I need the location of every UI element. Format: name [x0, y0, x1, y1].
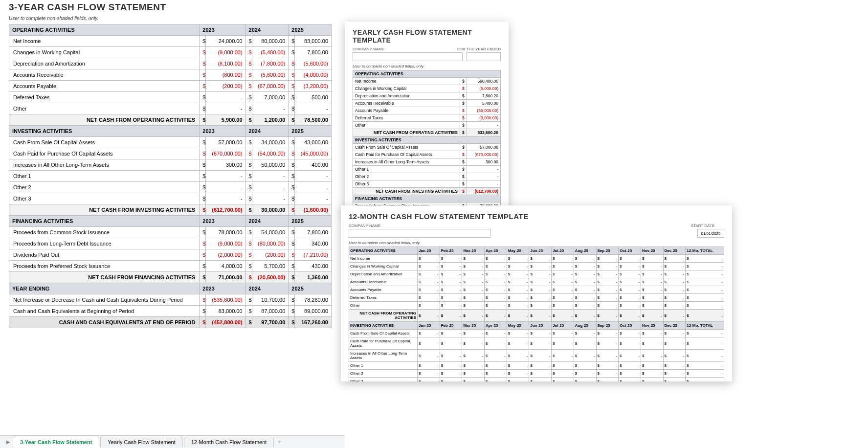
cell-value[interactable]: $-: [574, 270, 596, 278]
cell-value[interactable]: $-: [663, 350, 686, 362]
cell-value[interactable]: $-: [507, 278, 529, 286]
cell-value[interactable]: $-: [663, 270, 686, 278]
cell-value[interactable]: $-: [619, 270, 641, 278]
cell-value[interactable]: $-: [529, 263, 552, 270]
cell-value[interactable]: $-: [663, 337, 686, 350]
cell-value[interactable]: (5,600.00): [252, 69, 289, 81]
cell-value[interactable]: $-: [440, 286, 462, 294]
cell-value[interactable]: -: [295, 171, 332, 182]
cell-value[interactable]: $-: [641, 263, 663, 270]
cell-value[interactable]: 300.00: [206, 159, 245, 171]
cell-value[interactable]: $-: [440, 294, 462, 302]
cell-value[interactable]: $-: [462, 370, 485, 378]
cell-value[interactable]: $-: [507, 350, 529, 362]
cell-value[interactable]: $-: [619, 255, 641, 263]
cell-value[interactable]: $-: [418, 337, 440, 350]
cell-value[interactable]: $-: [596, 310, 619, 322]
cell-value[interactable]: $-: [485, 330, 507, 337]
cell-value[interactable]: $-: [440, 302, 462, 310]
cell-value[interactable]: $-: [462, 294, 485, 302]
cell-value[interactable]: $-: [641, 330, 663, 337]
cell-value[interactable]: $-: [663, 294, 686, 302]
cell-value[interactable]: (80,000.00): [252, 238, 289, 249]
cell-value[interactable]: $-: [552, 378, 574, 382]
cell-value[interactable]: $-: [418, 278, 440, 286]
cell-value[interactable]: $-: [507, 370, 529, 378]
cell-value[interactable]: $-: [663, 278, 686, 286]
cell-value[interactable]: $-: [462, 350, 485, 362]
cell-value[interactable]: -: [206, 171, 245, 182]
cell-value[interactable]: $-: [552, 294, 574, 302]
cell-value[interactable]: (670,000.00): [467, 151, 500, 158]
cell-value[interactable]: 590,400.00: [467, 78, 500, 85]
cell-value[interactable]: -: [252, 182, 289, 193]
cell-value[interactable]: (800.00): [206, 69, 245, 81]
cell-value[interactable]: 71,000.00: [206, 272, 245, 283]
cell-value[interactable]: 7,800.00: [295, 47, 332, 58]
cell-value[interactable]: $-: [485, 270, 507, 278]
cell-value[interactable]: $-: [462, 330, 485, 337]
cell-value[interactable]: $-: [641, 286, 663, 294]
cell-value[interactable]: $-: [507, 378, 529, 382]
cell-value[interactable]: 57,000.00: [206, 137, 245, 148]
cell-value[interactable]: $-: [507, 294, 529, 302]
cell-value[interactable]: 500.00: [295, 92, 332, 103]
cell-value[interactable]: $-: [641, 270, 663, 278]
cell-value[interactable]: $-: [574, 337, 596, 350]
cell-value[interactable]: -: [295, 103, 332, 114]
cell-value[interactable]: $-: [574, 255, 596, 263]
cell-value[interactable]: $-: [686, 337, 724, 350]
cell-value[interactable]: $-: [462, 255, 485, 263]
cell-value[interactable]: $-: [529, 310, 552, 322]
cell-value[interactable]: $-: [418, 330, 440, 337]
cell-value[interactable]: $-: [485, 302, 507, 310]
cell-value[interactable]: $-: [641, 370, 663, 378]
cell-value[interactable]: $-: [574, 263, 596, 270]
cell-value[interactable]: $-: [574, 330, 596, 337]
cell-value[interactable]: (7,210.00): [295, 249, 332, 261]
cell-value[interactable]: $-: [418, 263, 440, 270]
cell-value[interactable]: -: [467, 166, 500, 173]
cell-value[interactable]: $-: [440, 337, 462, 350]
cell-value[interactable]: -: [295, 193, 332, 204]
cell-value[interactable]: 78,260.00: [295, 294, 332, 306]
cell-value[interactable]: $-: [619, 337, 641, 350]
cell-value[interactable]: $-: [418, 310, 440, 322]
cell-value[interactable]: $-: [418, 255, 440, 263]
cell-value[interactable]: $-: [663, 255, 686, 263]
cell-value[interactable]: $-: [485, 286, 507, 294]
cell-value[interactable]: $-: [619, 294, 641, 302]
cell-value[interactable]: $-: [641, 378, 663, 382]
cell-value[interactable]: $-: [686, 370, 724, 378]
tab-monthly[interactable]: 12-Month Cash Flow Statement: [184, 437, 274, 447]
cell-value[interactable]: $-: [574, 286, 596, 294]
cell-value[interactable]: 7,800.00: [295, 227, 332, 238]
cell-value[interactable]: $-: [641, 294, 663, 302]
cell-value[interactable]: $-: [440, 330, 462, 337]
cell-value[interactable]: $-: [663, 286, 686, 294]
cell-value[interactable]: $-: [686, 263, 724, 270]
cell-value[interactable]: $-: [462, 278, 485, 286]
cell-value[interactable]: -: [252, 103, 289, 114]
cell-value[interactable]: 34,000.00: [252, 137, 289, 148]
cell-value[interactable]: -: [467, 180, 500, 188]
company-input-m[interactable]: [349, 229, 490, 238]
cell-value[interactable]: $-: [596, 263, 619, 270]
cell-value[interactable]: $-: [485, 362, 507, 370]
cell-value[interactable]: (5,000.00): [467, 85, 500, 92]
cell-value[interactable]: (20,500.00): [252, 272, 289, 283]
cell-value[interactable]: $-: [440, 310, 462, 322]
cell-value[interactable]: $-: [596, 270, 619, 278]
cell-value[interactable]: $-: [529, 270, 552, 278]
cell-value[interactable]: $-: [552, 362, 574, 370]
cell-value[interactable]: $-: [418, 286, 440, 294]
cell-value[interactable]: $-: [440, 255, 462, 263]
cell-value[interactable]: (67,000.00): [252, 81, 289, 92]
cell-value[interactable]: 7,800.20: [467, 92, 500, 100]
company-input[interactable]: [353, 52, 463, 61]
cell-value[interactable]: $-: [552, 330, 574, 337]
cell-value[interactable]: $-: [596, 286, 619, 294]
cell-value[interactable]: (5,600.00): [295, 58, 332, 69]
tab-3year[interactable]: 3-Year Cash Flow Statement: [13, 437, 99, 448]
cell-value[interactable]: $-: [596, 294, 619, 302]
